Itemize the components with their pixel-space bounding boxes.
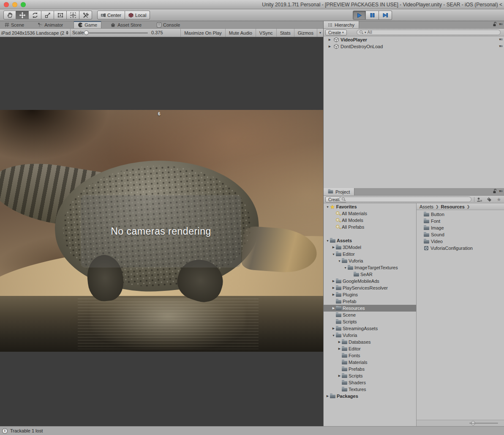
tree-item[interactable]: ▶GoogleMobileAds (324, 278, 416, 285)
tree-item[interactable]: Fonts (324, 352, 416, 359)
pause-button[interactable] (366, 11, 379, 20)
tree-item[interactable]: ▶Editor (324, 345, 416, 352)
breadcrumb-resources[interactable]: Resources (441, 204, 465, 209)
tree-item[interactable]: ▼ImageTargetTextures (324, 264, 416, 271)
panel-menu-icon[interactable]: ▾≡ (499, 22, 502, 26)
project-search-input[interactable] (339, 197, 471, 202)
expand-arrow-icon[interactable]: ▼ (343, 266, 348, 269)
hierarchy-create-button[interactable]: Create▾ (325, 30, 347, 36)
tree-item[interactable]: ▼Editor (324, 251, 416, 257)
game-toolbar-stats-button[interactable]: Stats (276, 29, 294, 37)
expand-arrow-icon[interactable]: ▶ (337, 374, 342, 378)
tree-item[interactable]: ▼Vuforia (324, 332, 416, 339)
content-item[interactable]: VuforiaConfiguration (417, 245, 504, 252)
lock-icon[interactable] (493, 189, 497, 194)
tree-item[interactable]: Shaders (324, 379, 416, 386)
tree-item[interactable]: All Materials (324, 210, 416, 217)
expand-arrow-icon[interactable]: ▶ (325, 394, 330, 398)
tree-item[interactable]: ▶Packages (324, 393, 416, 399)
gizmos-dropdown-arrow[interactable]: ▾ (317, 29, 323, 37)
status-message[interactable]: Trackable 1 lost (10, 428, 43, 433)
tree-item[interactable]: Prefab (324, 298, 416, 305)
tree-item[interactable]: ▶StreamingAssets (324, 325, 416, 332)
play-button[interactable] (353, 11, 366, 20)
hierarchy-item[interactable]: ▶DontDestroyOnLoad▾≡ (324, 43, 504, 50)
aspect-ratio-dropdown[interactable]: iPad 2048x1536 Landscape (2C (0, 29, 71, 37)
expand-arrow-icon[interactable]: ▶ (337, 340, 342, 344)
game-toolbar-mute-audio-button[interactable]: Mute Audio (225, 29, 256, 37)
expand-arrow-icon[interactable]: ▼ (337, 260, 342, 263)
tree-item[interactable]: All Prefabs (324, 224, 416, 230)
zoom-window-button[interactable] (21, 2, 26, 7)
tree-item[interactable]: ▶Databases (324, 339, 416, 345)
tree-item[interactable]: ▼Assets (324, 237, 416, 244)
tree-item[interactable]: Scene (324, 312, 416, 318)
panel-menu-icon[interactable]: ▾≡ (499, 189, 502, 193)
expand-arrow-icon[interactable]: ▼ (325, 205, 330, 208)
tree-item[interactable]: ▶Plugins (324, 291, 416, 298)
tree-item[interactable]: Textures (324, 386, 416, 393)
scale-slider-thumb[interactable] (84, 30, 89, 35)
pivot-mode-button[interactable]: Center (97, 11, 125, 19)
expand-arrow-icon[interactable]: ▶ (331, 246, 336, 249)
expand-arrow-icon[interactable]: ▼ (331, 334, 336, 337)
game-toolbar-vsync-button[interactable]: VSync (256, 29, 276, 37)
tree-item[interactable]: ▼Vuforia (324, 257, 416, 264)
tree-item[interactable]: All Models (324, 217, 416, 224)
tree-item[interactable]: Scripts (324, 318, 416, 325)
lock-icon[interactable] (493, 22, 497, 27)
tree-item[interactable]: ▶Resources (324, 305, 416, 312)
search-by-type-icon[interactable] (474, 197, 484, 202)
content-item[interactable]: Image (417, 224, 504, 231)
transform-tool-button[interactable] (67, 11, 79, 19)
breadcrumb-assets[interactable]: Assets (420, 204, 433, 209)
move-tool-button[interactable] (16, 11, 29, 19)
hand-tool-button[interactable] (3, 11, 16, 19)
rotation-mode-button[interactable]: Local (125, 11, 150, 19)
expand-arrow-icon[interactable]: ▶ (327, 38, 332, 41)
tree-item[interactable]: Prefabs (324, 366, 416, 372)
info-icon[interactable]: ! (2, 428, 8, 434)
content-item[interactable]: Sound (417, 231, 504, 238)
expand-arrow-icon[interactable]: ▼ (331, 253, 336, 256)
saved-search-star-icon[interactable]: ★ (495, 197, 503, 202)
content-item[interactable]: Button (417, 211, 504, 218)
tab-hierarchy[interactable]: Hierarchy (324, 21, 359, 28)
expand-arrow-icon[interactable]: ▶ (331, 279, 336, 283)
close-window-button[interactable] (4, 2, 9, 7)
row-menu-icon[interactable]: ▾≡ (499, 44, 502, 48)
tree-item[interactable]: ▶PlayServicesResolver (324, 285, 416, 291)
tree-item[interactable]: ▶3DModel (324, 244, 416, 251)
tree-item[interactable]: Materials (324, 359, 416, 366)
expand-arrow-icon[interactable]: ▶ (331, 327, 336, 330)
search-by-label-icon[interactable] (485, 197, 494, 202)
minimize-window-button[interactable] (12, 2, 17, 7)
game-toolbar-maximize-on-play-button[interactable]: Maximize On Play (180, 29, 225, 37)
expand-arrow-icon[interactable]: ▶ (331, 306, 336, 310)
scale-tool-button[interactable] (41, 11, 54, 19)
expand-arrow-icon[interactable]: ▶ (337, 347, 342, 350)
hierarchy-item[interactable]: ▶VideoPlayer▾≡ (324, 36, 504, 43)
rotate-tool-button[interactable] (29, 11, 41, 19)
tab-asset-store[interactable]: Asset Store (106, 21, 145, 28)
hierarchy-search-input[interactable]: ▾ All (357, 30, 501, 35)
tab-animator[interactable]: Animator (34, 21, 67, 28)
tab-console[interactable]: Console (153, 21, 184, 28)
expand-arrow-icon[interactable]: ▶ (327, 45, 332, 48)
content-item[interactable]: Video (417, 238, 504, 245)
tree-item[interactable]: SeAR (324, 271, 416, 278)
tab-game[interactable]: Game (74, 21, 101, 28)
icon-size-slider-track[interactable] (469, 423, 498, 424)
content-item[interactable]: Font (417, 218, 504, 224)
expand-arrow-icon[interactable]: ▶ (331, 293, 336, 296)
rect-tool-button[interactable] (54, 11, 67, 19)
row-menu-icon[interactable]: ▾≡ (499, 37, 502, 41)
custom-tool-button[interactable] (79, 11, 92, 19)
tree-item[interactable]: ▶Scripts (324, 372, 416, 379)
scale-slider-track[interactable] (89, 33, 148, 33)
tab-project[interactable]: Project (324, 188, 354, 195)
expand-arrow-icon[interactable]: ▼ (325, 239, 330, 242)
expand-arrow-icon[interactable]: ▶ (331, 286, 336, 290)
game-toolbar-gizmos-button[interactable]: Gizmos (294, 29, 317, 37)
tree-item[interactable]: ▼★Favorites (324, 203, 416, 210)
